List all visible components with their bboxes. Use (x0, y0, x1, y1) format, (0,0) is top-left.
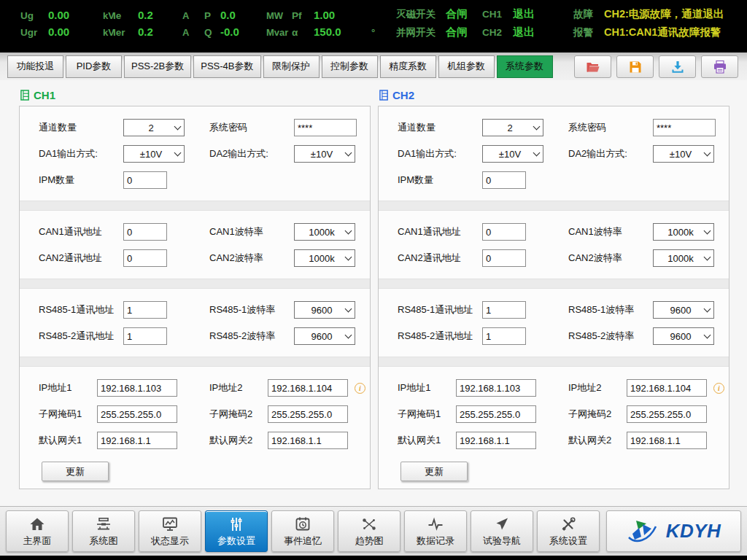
printer-icon (713, 60, 727, 74)
trend-nodes-icon (360, 516, 379, 533)
ch1-can2-baud-rate-select[interactable]: 1000k (294, 249, 355, 267)
ch1-can1-baud-rate-select[interactable]: 1000k (294, 223, 355, 241)
ch1-subnet-mask-1-input[interactable] (97, 405, 177, 423)
ch1-da1-output-mode-select[interactable]: ±10V (123, 145, 185, 163)
chevron-down-icon (704, 254, 711, 261)
ch1-da2-output-mode-select[interactable]: ±10V (294, 145, 355, 163)
field-label: CAN1波特率 (209, 225, 294, 238)
field-label: DA1输出方式: (39, 147, 123, 160)
alert-message: CH1:CAN1通讯故障报警 (604, 26, 721, 39)
ch2-channel-count-select[interactable]: 2 (482, 119, 543, 136)
field-label: IP地址1 (39, 381, 97, 394)
nav-param-settings[interactable]: 参数设置 (205, 510, 268, 552)
ch1-can1-address-input[interactable] (123, 223, 167, 241)
tab-precision-coeff[interactable]: 精度系数 (380, 55, 436, 78)
form-row: RS485-1通讯地址RS485-1波特率9600 (379, 297, 729, 323)
select-value: 1000k (298, 227, 346, 238)
ch2-ip-address-1-input[interactable] (456, 379, 536, 397)
ch1-section-2: CAN1通讯地址CAN1波特率1000kCAN2通讯地址CAN2波特率1000k (20, 211, 370, 279)
ch1-channel-count-select[interactable]: 2 (123, 119, 185, 136)
field-label: CAN2波特率 (209, 252, 294, 265)
ch2-subnet-mask-2-input[interactable] (627, 405, 707, 423)
ch2-can1-address-input[interactable] (482, 223, 526, 241)
ch2-rs485-1-address-input[interactable] (482, 301, 526, 319)
print-button[interactable] (701, 55, 738, 78)
nav-status-display[interactable]: 状态显示 (139, 510, 201, 552)
field-label: DA2输出方式: (568, 147, 653, 160)
test-navigation-icon (492, 516, 511, 533)
nav-test-navigation[interactable]: 试验导航 (471, 510, 533, 552)
tab-control-params[interactable]: 控制参数 (322, 55, 378, 78)
info-icon[interactable] (355, 383, 365, 394)
nav-data-record[interactable]: 数据记录 (404, 510, 467, 552)
ch1-rs485-2-baud-rate-select[interactable]: 9600 (294, 327, 355, 345)
switch-channel-states-r1: CH1退出 (482, 7, 538, 21)
ch2-rs485-2-baud-rate-select[interactable]: 9600 (653, 327, 714, 345)
tab-function-enable[interactable]: 功能投退 (7, 55, 63, 78)
ch1-default-gateway-2-input[interactable] (268, 432, 348, 449)
chevron-down-icon (704, 332, 711, 339)
ch1-ip-address-1-input[interactable] (97, 379, 177, 397)
field-label: RS485-1波特率 (568, 303, 653, 316)
ch2-default-gateway-2-input[interactable] (627, 432, 707, 449)
nav-main-screen[interactable]: 主界面 (6, 510, 69, 552)
select-value: 9600 (298, 305, 346, 316)
ch1-system-password-input[interactable] (294, 119, 357, 136)
select-value: ±10V (657, 149, 705, 160)
nav-system-settings[interactable]: 系统设置 (537, 510, 600, 552)
ch2-can1-baud-rate-select[interactable]: 1000k (653, 223, 714, 241)
ch1-can2-address-input[interactable] (123, 249, 167, 267)
data-pulse-icon (426, 516, 445, 533)
ch1-default-gateway-1-input[interactable] (97, 432, 177, 449)
ch1-subnet-mask-2-input[interactable] (268, 405, 348, 423)
nav-system-diagram[interactable]: 系统图 (72, 510, 135, 552)
metric-label: Pf (292, 10, 312, 21)
tab-unit-params[interactable]: 机组参数 (438, 55, 495, 78)
company-logo[interactable]: KDYH (606, 510, 741, 552)
ch2-subnet-mask-1-input[interactable] (456, 405, 536, 423)
ch1-rs485-1-address-input[interactable] (123, 301, 167, 319)
switch-value: 退出 (513, 26, 535, 39)
ch2-rs485-2-address-input[interactable] (482, 327, 526, 345)
form-row: CAN1通讯地址CAN1波特率1000k (379, 219, 729, 245)
alert-label: 故障 (573, 8, 603, 21)
select-value: 9600 (298, 331, 346, 342)
export-button[interactable] (659, 55, 696, 78)
ch2-can2-baud-rate-select[interactable]: 1000k (653, 249, 714, 267)
nav-event-recall[interactable]: 事件追忆 (271, 510, 334, 552)
ch2-ipm-count-input[interactable] (482, 171, 526, 189)
ch2-da2-output-mode-select[interactable]: ±10V (653, 145, 714, 163)
ch1-ip-address-2-input[interactable] (268, 379, 348, 397)
field-can2-address: CAN2通讯地址 (398, 249, 568, 267)
ch2-can2-address-input[interactable] (482, 249, 526, 267)
tab-limit-protection[interactable]: 限制保护 (263, 55, 320, 78)
ch2-update-button[interactable]: 更新 (400, 462, 468, 481)
field-ip-address-1: IP地址1 (39, 379, 209, 397)
ch2-default-gateway-1-input[interactable] (456, 432, 536, 449)
save-icon (628, 60, 643, 74)
tab-pid-params[interactable]: PID参数 (66, 55, 122, 78)
update-button-row: 更新 (20, 454, 370, 481)
ch1-rs485-2-address-input[interactable] (123, 327, 167, 345)
ch2-rs485-1-baud-rate-select[interactable]: 9600 (653, 301, 714, 319)
info-icon[interactable] (713, 383, 724, 394)
form-row: DA1输出方式:±10VDA2输出方式:±10V (379, 141, 729, 167)
ch2-da1-output-mode-select[interactable]: ±10V (482, 145, 543, 163)
ch1-section-1: 通道数量2系统密码DA1输出方式:±10VDA2输出方式:±10VIPM数量 (20, 106, 370, 201)
ch2-panel: 通道数量2系统密码DA1输出方式:±10VDA2输出方式:±10VIPM数量CA… (378, 106, 729, 489)
ch1-update-button[interactable]: 更新 (42, 462, 109, 481)
ch2-system-password-input[interactable] (653, 119, 716, 136)
open-file-button[interactable] (574, 55, 611, 78)
field-label: IP地址2 (568, 381, 627, 394)
field-label: 子网掩码2 (568, 408, 627, 421)
tab-system-params[interactable]: 系统参数 (497, 55, 553, 78)
ch2-ip-address-2-input[interactable] (627, 379, 707, 397)
tab-pss4b-params[interactable]: PSS-4B参数 (193, 55, 260, 78)
nav-trend-chart[interactable]: 趋势图 (338, 510, 400, 552)
ch1-ipm-count-input[interactable] (123, 171, 167, 189)
select-value: 1000k (657, 253, 705, 264)
save-button[interactable] (616, 55, 654, 78)
ch1-rs485-1-baud-rate-select[interactable]: 9600 (294, 301, 355, 319)
tab-pss2b-params[interactable]: PSS-2B参数 (124, 55, 191, 78)
field-da1-output-mode: DA1输出方式:±10V (39, 145, 209, 163)
